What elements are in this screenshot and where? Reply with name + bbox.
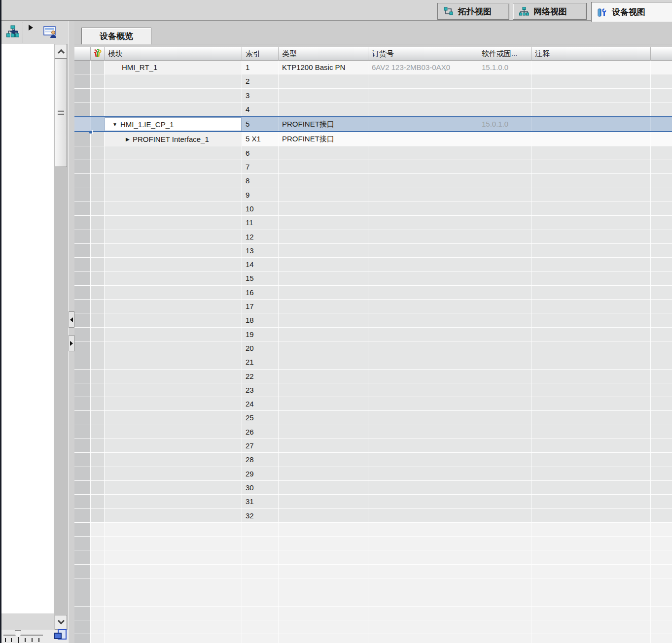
tab-network-view[interactable]: 网络视图 — [513, 3, 587, 20]
flyout-arrow-icon[interactable] — [29, 25, 33, 31]
cell-comment[interactable] — [531, 439, 651, 453]
cell-index[interactable]: 30 — [242, 481, 279, 495]
cell-type[interactable] — [279, 453, 368, 467]
table-row[interactable]: 6 — [74, 146, 672, 160]
table-row[interactable]: 13 — [74, 244, 672, 258]
cell-order-number[interactable] — [368, 439, 478, 453]
cell-firmware[interactable] — [478, 578, 531, 592]
row-icon-cell[interactable] — [91, 370, 105, 383]
cell-firmware[interactable] — [478, 467, 531, 481]
table-row[interactable]: 18 — [74, 313, 672, 327]
cell-comment[interactable] — [531, 634, 651, 643]
cell-type[interactable] — [279, 592, 368, 606]
row-gutter[interactable] — [74, 481, 91, 495]
cell-firmware[interactable] — [478, 188, 531, 202]
row-gutter[interactable] — [74, 286, 91, 300]
cell-firmware[interactable] — [478, 634, 531, 643]
row-gutter[interactable] — [74, 230, 91, 244]
table-row[interactable]: 7 — [74, 160, 672, 174]
table-row[interactable] — [74, 537, 672, 550]
cell-extra[interactable] — [651, 102, 672, 116]
table-row[interactable]: 14 — [74, 258, 672, 271]
cell-module[interactable] — [105, 160, 242, 174]
cell-extra[interactable] — [651, 74, 672, 88]
row-icon-cell[interactable] — [91, 383, 105, 397]
cell-extra[interactable] — [651, 411, 672, 425]
cell-extra[interactable] — [651, 160, 672, 174]
cell-extra[interactable] — [651, 370, 672, 383]
table-row[interactable]: 24 — [74, 397, 672, 411]
cell-order-number[interactable] — [368, 537, 478, 550]
table-row[interactable]: 10 — [74, 202, 672, 216]
cell-order-number[interactable] — [368, 174, 478, 188]
cell-extra[interactable] — [651, 341, 672, 355]
cell-comment[interactable] — [531, 244, 651, 258]
cell-firmware[interactable] — [478, 509, 531, 523]
tab-topology-view[interactable]: 拓扑视图 — [437, 3, 509, 20]
cell-module[interactable]: ▼HMI_1.IE_CP_1 — [105, 117, 242, 131]
cell-type[interactable] — [279, 537, 368, 550]
cell-comment[interactable] — [531, 397, 651, 411]
cell-comment[interactable] — [531, 271, 651, 285]
cell-module[interactable] — [105, 467, 242, 481]
table-row[interactable]: 11 — [74, 216, 672, 230]
cell-comment[interactable] — [531, 132, 651, 146]
table-row[interactable]: 22 — [74, 370, 672, 383]
cell-order-number[interactable] — [368, 565, 478, 578]
cell-index[interactable]: 5 — [242, 117, 279, 131]
cell-comment[interactable] — [531, 188, 651, 202]
zoom-slider-track[interactable] — [3, 635, 43, 636]
cell-module[interactable] — [105, 370, 242, 383]
table-row[interactable]: HMI_RT_11KTP1200 Basic PN6AV2 123-2MB03-… — [74, 61, 672, 74]
cell-index[interactable]: 6 — [242, 146, 279, 160]
cell-firmware[interactable] — [478, 370, 531, 383]
cell-type[interactable] — [279, 495, 368, 508]
cell-type[interactable] — [279, 188, 368, 202]
cell-index[interactable]: 23 — [242, 383, 279, 397]
cell-module[interactable] — [105, 634, 242, 643]
cell-firmware[interactable] — [478, 550, 531, 564]
cell-extra[interactable] — [651, 300, 672, 313]
cell-firmware[interactable] — [478, 383, 531, 397]
cell-comment[interactable] — [531, 89, 651, 102]
cell-order-number[interactable] — [368, 300, 478, 313]
cell-module[interactable] — [105, 509, 242, 523]
tab-device-view[interactable]: 设备视图 — [591, 2, 672, 22]
cell-order-number[interactable] — [368, 467, 478, 481]
cell-index[interactable]: 24 — [242, 397, 279, 411]
row-gutter[interactable] — [74, 537, 91, 550]
cell-order-number[interactable] — [368, 634, 478, 643]
cell-order-number[interactable] — [368, 481, 478, 495]
cell-index[interactable]: 26 — [242, 425, 279, 439]
table-row[interactable]: 31 — [74, 495, 672, 508]
cell-module[interactable] — [105, 550, 242, 564]
cell-type[interactable] — [279, 481, 368, 495]
cell-index[interactable]: 15 — [242, 271, 279, 285]
cell-index[interactable] — [242, 607, 279, 620]
cell-type[interactable]: PROFINET接口 — [279, 117, 368, 131]
cell-module[interactable] — [105, 146, 242, 160]
row-icon-cell[interactable] — [91, 160, 105, 174]
row-icon-cell[interactable] — [91, 620, 105, 634]
row-gutter[interactable] — [74, 117, 91, 131]
cell-index[interactable]: 1 — [242, 61, 279, 74]
cell-type[interactable] — [279, 355, 368, 369]
cell-extra[interactable] — [651, 550, 672, 564]
cell-index[interactable] — [242, 592, 279, 606]
device-proxy-icon[interactable] — [43, 26, 57, 38]
cell-type[interactable] — [279, 523, 368, 537]
row-icon-cell[interactable] — [91, 328, 105, 341]
table-row[interactable]: ▶PROFINET Interface_15 X1PROFINET接口 — [74, 132, 672, 146]
cell-index[interactable]: 17 — [242, 300, 279, 313]
cell-comment[interactable] — [531, 160, 651, 174]
row-gutter[interactable] — [74, 188, 91, 202]
cell-extra[interactable] — [651, 271, 672, 285]
cell-order-number[interactable] — [368, 188, 478, 202]
cell-module[interactable] — [105, 453, 242, 467]
cell-order-number[interactable] — [368, 328, 478, 341]
row-gutter[interactable] — [74, 174, 91, 188]
splitter-collapse-left-icon[interactable] — [69, 311, 74, 328]
cell-comment[interactable] — [531, 341, 651, 355]
cell-firmware[interactable] — [478, 286, 531, 300]
cell-extra[interactable] — [651, 258, 672, 271]
